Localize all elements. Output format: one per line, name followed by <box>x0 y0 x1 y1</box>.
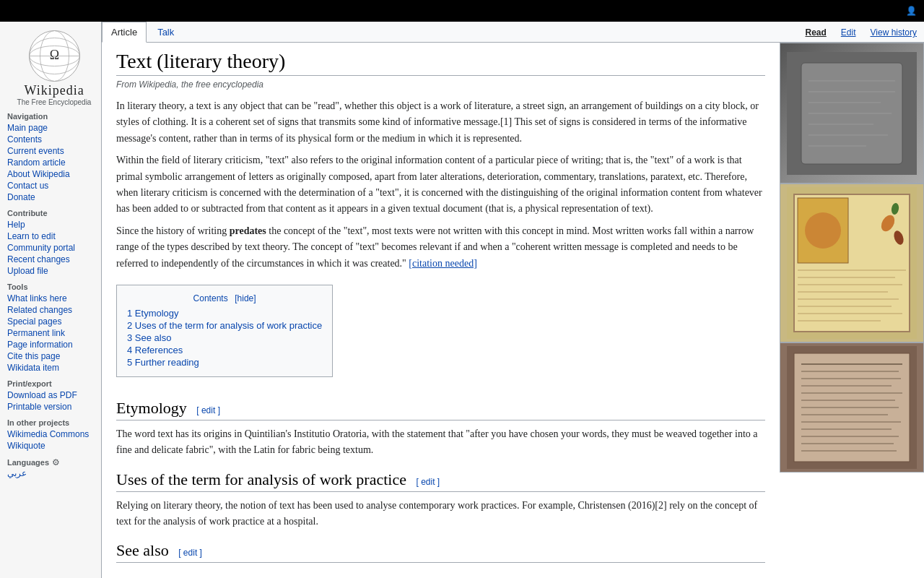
tab-action-read[interactable]: Read <box>798 23 833 42</box>
sidebar-item-contact[interactable]: Contact us <box>7 180 101 191</box>
sidebar-item-permanent-link[interactable]: Permanent link <box>7 327 101 339</box>
contents-item-2: 2 Uses of the term for analysis of work … <box>127 320 322 331</box>
sidebar-item-upload-file[interactable]: Upload file <box>7 265 101 277</box>
sidebar-other-projects: In other projects Wikimedia Commons Wiki… <box>7 418 101 452</box>
sidebar-item-contents[interactable]: Contents <box>7 134 101 145</box>
tab-article[interactable]: Article <box>102 22 147 43</box>
image2-svg <box>787 187 917 339</box>
sidebar-item-download-pdf[interactable]: Download as PDF <box>7 389 101 401</box>
sidebar-item-special-pages[interactable]: Special pages <box>7 316 101 327</box>
image1-svg <box>787 52 917 175</box>
sidebar-tools-header: Tools <box>7 282 101 291</box>
contents-box: Contents [hide] 1 Etymology 2 Uses of th… <box>116 285 333 377</box>
top-bar: 👤 <box>0 0 924 22</box>
sidebar-item-learn-edit[interactable]: Learn to edit <box>7 230 101 242</box>
intro-paragraph-2: Within the field of literary criticism, … <box>116 152 765 217</box>
page-body: Text (literary theory) From Wikipedia, t… <box>102 43 924 578</box>
contents-item-5: 5 Further reading <box>127 357 322 368</box>
sidebar-contribute: Contribute Help Learn to edit Community … <box>7 209 101 277</box>
tab-action-edit[interactable]: Edit <box>834 23 863 42</box>
contents-link-references[interactable]: 4 References <box>127 345 183 355</box>
see-also-edit-link: [ edit ] <box>178 548 202 558</box>
sidebar-contribute-header: Contribute <box>7 209 101 217</box>
uses-paragraph: Relying on literary theory, the notion o… <box>116 498 765 530</box>
sidebar-languages-header: Languages <box>7 458 49 467</box>
wikipedia-logo: Ω <box>27 29 82 83</box>
contents-link-etymology[interactable]: 1 Etymology <box>127 308 179 319</box>
sidebar-item-wikimedia-commons[interactable]: Wikimedia Commons <box>7 428 101 440</box>
image3-svg <box>787 346 917 469</box>
sidebar-item-wikiquote[interactable]: Wikiquote <box>7 440 101 452</box>
sidebar-item-printable[interactable]: Printable version <box>7 401 101 413</box>
sidebar-navigation: Navigation Main page Contents Current ev… <box>7 112 101 203</box>
sidebar-print-header: Print/export <box>7 379 101 388</box>
etymology-paragraph: The word text has its origins in Quintil… <box>116 426 765 459</box>
tab-talk[interactable]: Talk <box>148 22 183 42</box>
see-also-edit-button[interactable]: [ edit ] <box>178 548 202 558</box>
svg-point-18 <box>805 212 841 249</box>
sidebar-logo: Ω Wikipedia The Free Encyclopedia <box>7 29 101 106</box>
sidebar-item-current-events[interactable]: Current events <box>7 145 101 157</box>
etymology-heading: Etymology [ edit ] <box>116 399 765 420</box>
contents-hide-button[interactable]: [hide] <box>235 293 256 303</box>
sidebar-tools: Tools What links here Related changes Sp… <box>7 282 101 374</box>
uses-edit-button[interactable]: [ edit ] <box>416 477 440 487</box>
article-image-1 <box>780 43 924 184</box>
sidebar-item-about[interactable]: About Wikipedia <box>7 168 101 180</box>
sidebar-subtitle: The Free Encyclopedia <box>17 98 92 106</box>
page-subtitle: From Wikipedia, the free encyclopedia <box>116 79 765 90</box>
uses-edit-link: [ edit ] <box>416 477 440 487</box>
sidebar-item-page-info[interactable]: Page information <box>7 339 101 350</box>
tabs-right-actions: Read Edit View history <box>798 23 924 42</box>
intro-paragraph-1: In literary theory, a text is any object… <box>116 98 765 147</box>
contents-link-uses[interactable]: 2 Uses of the term for analysis of work … <box>127 320 322 331</box>
contents-item-3: 3 See also <box>127 332 322 343</box>
article-image-3 <box>780 342 924 473</box>
content-area: Article Talk Read Edit View history Text… <box>101 22 924 578</box>
user-icon[interactable]: 👤 <box>906 6 917 17</box>
sidebar-item-arabic[interactable]: عربي <box>7 467 101 479</box>
page-content: Text (literary theory) From Wikipedia, t… <box>102 43 780 578</box>
contents-item-1: 1 Etymology <box>127 308 322 319</box>
see-also-heading: See also [ edit ] <box>116 541 765 563</box>
intro-paragraph-3: Since the history of writing predates th… <box>116 223 765 272</box>
page-title: Text (literary theory) <box>116 50 765 76</box>
sidebar-item-help[interactable]: Help <box>7 219 101 230</box>
sidebar-item-community-portal[interactable]: Community portal <box>7 242 101 254</box>
sidebar-item-related-changes[interactable]: Related changes <box>7 304 101 316</box>
etymology-edit-button[interactable]: [ edit ] <box>196 405 220 415</box>
right-images-panel <box>780 43 924 578</box>
etymology-edit-link: [ edit ] <box>196 405 220 415</box>
tab-action-view-history[interactable]: View history <box>863 23 924 42</box>
sidebar-item-random-article[interactable]: Random article <box>7 157 101 168</box>
sidebar-item-wikidata[interactable]: Wikidata item <box>7 362 101 374</box>
languages-gear-icon[interactable]: ⚙ <box>52 457 60 467</box>
sidebar-other-projects-header: In other projects <box>7 418 101 427</box>
tabs-bar: Article Talk Read Edit View history <box>102 22 924 43</box>
sidebar-nav-header: Navigation <box>7 112 101 121</box>
sidebar-languages: Languages ⚙ عربي <box>7 457 101 479</box>
sidebar-item-what-links[interactable]: What links here <box>7 293 101 304</box>
contents-link-further-reading[interactable]: 5 Further reading <box>127 357 199 368</box>
sidebar: Ω Wikipedia The Free Encyclopedia Naviga… <box>0 22 101 578</box>
sidebar-item-main-page[interactable]: Main page <box>7 122 101 134</box>
contents-list: 1 Etymology 2 Uses of the term for analy… <box>127 308 322 368</box>
sidebar-title: Wikipedia <box>24 83 84 98</box>
contents-title: Contents [hide] <box>127 293 322 303</box>
sidebar-item-donate[interactable]: Donate <box>7 191 101 203</box>
contents-item-4: 4 References <box>127 345 322 355</box>
contents-link-see-also[interactable]: 3 See also <box>127 332 171 343</box>
citation-needed-link[interactable]: [citation needed] <box>409 258 476 269</box>
svg-text:Ω: Ω <box>49 48 58 62</box>
sidebar-print: Print/export Download as PDF Printable v… <box>7 379 101 413</box>
sidebar-item-cite-page[interactable]: Cite this page <box>7 350 101 362</box>
uses-heading: Uses of the term for analysis of work pr… <box>116 470 765 492</box>
sidebar-item-recent-changes[interactable]: Recent changes <box>7 254 101 265</box>
article-image-2 <box>780 184 924 342</box>
